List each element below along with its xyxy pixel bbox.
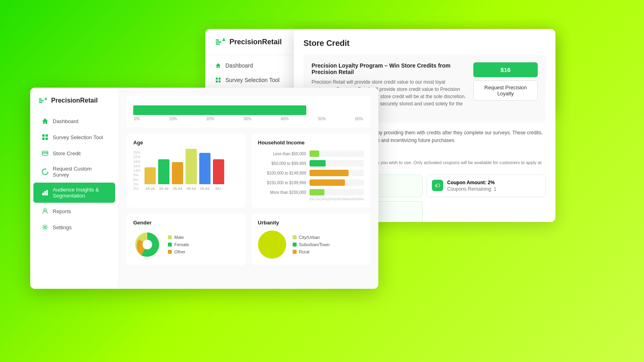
income-axis: 0% 7% 14% 21% 29% 36% 43% 50% bbox=[310, 197, 364, 201]
sidebar-item-reports[interactable]: Reports bbox=[33, 204, 115, 219]
sidebar-item-audience[interactable]: Audience Insights & Segmentation bbox=[33, 183, 115, 203]
legend-male: Male bbox=[168, 235, 189, 240]
city-dot bbox=[293, 235, 297, 239]
age-bar-35-44: 35-44 bbox=[172, 162, 183, 191]
urbanity-circle bbox=[258, 230, 286, 259]
sidebar-audience-label: Audience Insights & Segmentation bbox=[53, 187, 107, 199]
request-loyalty-button[interactable]: Request Precision Loyalty bbox=[473, 80, 538, 101]
income-row-3: $150,000 to $199,999 bbox=[258, 179, 364, 186]
svg-rect-15 bbox=[45, 138, 48, 140]
gender-pie-chart bbox=[133, 230, 161, 259]
grid-icon bbox=[215, 77, 221, 83]
age-chart-container: 25% 22% 19% 16% 13% 9% 6% 3% 0% 18-24 bbox=[133, 150, 239, 199]
chart-icon bbox=[41, 189, 49, 196]
back-nav-survey-label: Survey Selection Tool bbox=[225, 77, 279, 83]
income-chart-title: Household Income bbox=[258, 140, 364, 146]
main-content: 0% 10% 20% 30% 40% 50% 60% Age 25% 22% 1… bbox=[119, 88, 378, 289]
rural-label: Rural bbox=[299, 249, 310, 254]
sidebar-logo: PrecisionRetail bbox=[30, 96, 118, 113]
sidebar-nav: Dashboard Survey Selection Tool Store Cr… bbox=[30, 113, 118, 281]
urbanity-chart-card: Urbanity City/Urban Suburban/Town bbox=[252, 213, 371, 265]
svg-marker-3 bbox=[222, 38, 225, 41]
back-window-appname: PrecisionRetail bbox=[229, 38, 282, 46]
svg-rect-6 bbox=[216, 80, 218, 82]
sidebar-credit-label: Store Credit bbox=[53, 150, 80, 156]
sidebar-dashboard-label: Dashboard bbox=[53, 118, 78, 124]
suburban-dot bbox=[293, 243, 297, 247]
male-dot bbox=[168, 235, 172, 239]
top-bar-chart bbox=[133, 105, 364, 115]
age-bar-18-24: 18-24 bbox=[144, 167, 156, 191]
legend-city: City/Urban bbox=[293, 235, 330, 240]
svg-rect-8 bbox=[39, 99, 42, 100]
female-dot bbox=[168, 243, 172, 247]
income-row-2: $100,000 to $149,999 bbox=[258, 170, 364, 176]
svg-rect-1 bbox=[216, 41, 221, 43]
gender-legend: Male Female Other bbox=[168, 235, 189, 254]
credit-buttons: $16 Request Precision Loyalty bbox=[473, 62, 538, 101]
sidebar-settings-label: Settings bbox=[53, 224, 72, 230]
svg-rect-7 bbox=[219, 80, 221, 82]
credit-title: Store Credit bbox=[303, 39, 546, 48]
svg-rect-5 bbox=[219, 78, 221, 80]
svg-rect-17 bbox=[42, 152, 48, 154]
age-chart-title: Age bbox=[133, 140, 239, 146]
credit-amount-button[interactable]: $16 bbox=[473, 62, 538, 77]
sidebar-item-custom-survey[interactable]: Request Custom Survey bbox=[33, 162, 115, 182]
age-bar-25-34: 25-34 bbox=[158, 159, 169, 191]
legend-other: Other bbox=[168, 249, 189, 254]
charts-grid-bottom: Gender Male bbox=[127, 213, 370, 265]
legend-female: Female bbox=[168, 242, 189, 247]
svg-point-21 bbox=[44, 209, 46, 211]
refresh-icon bbox=[41, 168, 49, 175]
svg-rect-2 bbox=[216, 43, 220, 45]
svg-rect-4 bbox=[216, 78, 218, 80]
back-window-logo: PrecisionRetail bbox=[215, 36, 282, 47]
svg-rect-18 bbox=[42, 193, 44, 195]
grid-icon bbox=[41, 134, 49, 141]
urbanity-legend: City/Urban Suburban/Town Rural bbox=[293, 235, 330, 254]
sidebar-survey-label: Survey Selection Tool bbox=[53, 134, 103, 140]
female-label: Female bbox=[174, 242, 189, 247]
svg-rect-19 bbox=[44, 191, 46, 195]
home-icon bbox=[215, 62, 221, 69]
city-label: City/Urban bbox=[299, 235, 320, 240]
sidebar: PrecisionRetail Dashboard Survey Selecti… bbox=[30, 88, 119, 289]
male-label: Male bbox=[174, 235, 184, 240]
coupon-amount-1: Coupon Amount: 2% bbox=[447, 180, 496, 185]
age-bar-45-54: 45-54 bbox=[186, 149, 197, 191]
sidebar-item-store-credit[interactable]: Store Credit bbox=[33, 146, 115, 161]
legend-suburban: Suburban/Town bbox=[293, 242, 330, 247]
coupon-tag-icon-1: 🏷 bbox=[432, 180, 443, 191]
svg-rect-20 bbox=[46, 190, 48, 195]
coupon-card-1[interactable]: 🏷 Coupon Amount: 2% Coupons Remaining: 1 bbox=[427, 175, 546, 197]
home-icon bbox=[41, 117, 49, 125]
rural-dot bbox=[293, 250, 297, 254]
urbanity-section: City/Urban Suburban/Town Rural bbox=[258, 230, 364, 259]
income-row-4: More than $200,000 bbox=[258, 189, 364, 195]
coupon-info-1: Coupon Amount: 2% Coupons Remaining: 1 bbox=[447, 180, 496, 192]
logo-icon bbox=[215, 36, 226, 47]
sidebar-item-survey[interactable]: Survey Selection Tool bbox=[33, 130, 115, 145]
top-bar-fill bbox=[133, 105, 306, 115]
income-bars: Less than $50,000 $50,000 to $99,999 $10… bbox=[258, 150, 364, 195]
svg-rect-13 bbox=[45, 134, 48, 137]
sidebar-custom-survey-label: Request Custom Survey bbox=[53, 166, 107, 178]
other-dot bbox=[168, 250, 172, 254]
svg-rect-10 bbox=[39, 102, 43, 103]
svg-rect-9 bbox=[39, 100, 44, 101]
credit-banner-title: Precision Loyalty Program – Win Store Cr… bbox=[312, 62, 467, 75]
svg-point-22 bbox=[44, 226, 46, 228]
coupon-remaining-1: Coupons Remaining: 1 bbox=[447, 186, 496, 192]
sidebar-item-settings[interactable]: Settings bbox=[33, 220, 115, 235]
suburban-label: Suburban/Town bbox=[299, 242, 330, 247]
svg-marker-11 bbox=[44, 97, 47, 100]
top-bar-axis: 0% 10% 20% 30% 40% 50% 60% bbox=[133, 117, 364, 121]
user-icon bbox=[41, 208, 49, 215]
svg-rect-0 bbox=[216, 39, 219, 41]
age-chart-card: Age 25% 22% 19% 16% 13% 9% 6% 3% 0% bbox=[127, 133, 246, 208]
back-nav-dashboard-label: Dashboard bbox=[225, 62, 253, 69]
sidebar-item-dashboard[interactable]: Dashboard bbox=[33, 113, 115, 129]
main-window: PrecisionRetail Dashboard Survey Selecti… bbox=[30, 88, 378, 289]
age-bar-55-64: 55-64 bbox=[199, 153, 211, 191]
